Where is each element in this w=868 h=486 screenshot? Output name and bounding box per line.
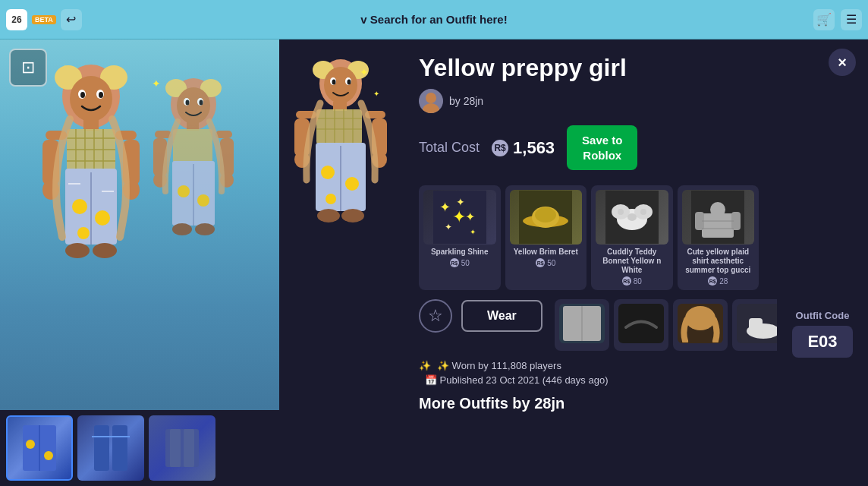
item-thumb-sparkling-shine: ✦ ✦ ✦ ✦ ✦ ✦: [423, 190, 496, 245]
item-name-sparkling-shine: Sparkling Shine: [423, 248, 496, 257]
favorite-button[interactable]: ☆: [419, 299, 452, 333]
svg-point-49: [178, 185, 190, 197]
character-area: ⊡ ✦ ✦ ✦: [0, 39, 279, 410]
svg-text:✦: ✦: [452, 207, 466, 226]
character-main: [38, 55, 144, 313]
detail-character-preview: ✦ ✦: [291, 55, 390, 252]
item-name-yellow-brim-beret: Yellow Brim Beret: [510, 248, 583, 257]
svg-point-7: [99, 92, 103, 98]
item-card-sparkling-shine[interactable]: ✦ ✦ ✦ ✦ ✦ ✦ Sparkling Shine R$ 50: [419, 185, 501, 290]
action-buttons: ☆ Wear: [419, 299, 542, 333]
camera-icon: ⊡: [21, 58, 35, 77]
item-card-hair[interactable]: [673, 299, 728, 351]
robux-small-icon: R$: [708, 276, 717, 286]
item-card-cute-yellow-plaid-shirt[interactable]: Cute yellow plaid shirt aesthetic summer…: [678, 185, 760, 290]
beta-badge: BETA: [32, 15, 56, 24]
main-area: ⊡ ✦ ✦ ✦: [0, 39, 868, 486]
item-name-cuddly-teddy-bonnet: Cuddly Teddy Bonnet Yellow n White: [596, 248, 668, 275]
svg-rect-8: [83, 119, 99, 131]
svg-point-96: [426, 93, 436, 103]
creator-avatar: [419, 89, 443, 113]
svg-rect-73: [316, 109, 362, 144]
svg-point-3: [70, 76, 112, 122]
svg-point-57: [44, 451, 53, 460]
item-thumb-shoe: [737, 304, 777, 343]
item-thumb-hair: [678, 304, 723, 343]
thumbnail-item-1[interactable]: [6, 415, 73, 481]
app-icon: 26: [6, 9, 27, 30]
cost-row: Total Cost R$ 1,563 Save to Roblox: [419, 125, 759, 170]
svg-point-38: [186, 100, 190, 106]
cost-label: Total Cost: [419, 140, 480, 156]
cart-icon-btn[interactable]: 🛒: [813, 9, 835, 30]
svg-text:✦: ✦: [465, 210, 475, 223]
svg-point-71: [348, 80, 351, 85]
svg-point-31: [93, 243, 117, 258]
action-row: ☆ Wear: [419, 299, 759, 351]
stats-section: ✨ ✨ Worn by 111,808 players 📅 Published …: [419, 360, 759, 386]
svg-point-30: [65, 243, 90, 258]
thumbnail-item-2[interactable]: [77, 415, 144, 481]
item-name-cute-yellow-plaid-shirt: Cute yellow plaid shirt aesthetic summer…: [682, 248, 755, 275]
svg-point-53: [195, 223, 215, 235]
svg-text:✦: ✦: [439, 200, 451, 215]
svg-point-26: [77, 227, 90, 239]
thumbnail-item-3[interactable]: [149, 415, 215, 481]
right-panel: ×: [279, 39, 868, 486]
svg-text:✦: ✦: [373, 90, 379, 98]
item-card-pants[interactable]: [555, 299, 609, 351]
thumbnail-strip: [0, 410, 279, 486]
svg-text:✦: ✦: [470, 228, 476, 236]
top-bar-left: 26 BETA ↩: [6, 9, 82, 30]
items-grid-row2: [555, 299, 777, 351]
svg-point-25: [95, 210, 110, 226]
items-grid: ✦ ✦ ✦ ✦ ✦ ✦ Sparkling Shine R$ 50: [419, 185, 759, 290]
search-prompt[interactable]: v Search for an Outfit here!: [360, 13, 507, 26]
svg-text:✦: ✦: [456, 196, 465, 208]
item-price-sparkling-shine: R$ 50: [423, 258, 496, 267]
item-card-eyebrow[interactable]: [614, 299, 668, 351]
svg-point-52: [172, 223, 192, 235]
svg-rect-41: [173, 129, 212, 163]
svg-rect-62: [170, 429, 181, 467]
detail-content: Yellow preppy girl by 28jn Total Cost: [419, 55, 759, 412]
svg-rect-127: [749, 318, 763, 333]
item-card-yellow-brim-beret[interactable]: Yellow Brim Beret R$ 50: [505, 185, 587, 290]
svg-point-88: [345, 177, 359, 191]
svg-text:✦: ✦: [360, 66, 369, 78]
svg-point-108: [535, 207, 556, 222]
svg-point-35: [177, 87, 210, 124]
svg-rect-63: [184, 429, 194, 467]
back-button[interactable]: ↩: [61, 9, 82, 30]
item-price-cuddly-teddy-bonnet: R$ 80: [596, 276, 668, 286]
cost-amount: 1,563: [513, 138, 555, 158]
item-card-cuddly-teddy-bonnet[interactable]: Cuddly Teddy Bonnet Yellow n White R$ 80: [591, 185, 673, 290]
item-thumb-cute-yellow-plaid-shirt: [682, 190, 755, 245]
item-thumb-cuddly-teddy-bonnet: [596, 190, 668, 245]
item-price-yellow-brim-beret: R$ 50: [510, 258, 583, 267]
svg-rect-58: [94, 425, 109, 471]
svg-rect-59: [112, 425, 127, 471]
close-button[interactable]: ×: [829, 49, 856, 76]
item-card-shoe[interactable]: [732, 299, 777, 351]
item-thumb-eyebrow: [618, 304, 664, 343]
top-bar: 26 BETA ↩ v Search for an Outfit here! 🛒…: [0, 0, 868, 39]
robux-small-icon: R$: [536, 258, 545, 267]
svg-point-113: [618, 209, 624, 215]
wear-button[interactable]: Wear: [461, 300, 542, 332]
robux-small-icon: R$: [450, 258, 459, 267]
svg-point-114: [640, 209, 646, 215]
save-to-roblox-button[interactable]: Save to Roblox: [567, 125, 637, 170]
more-outfits-heading: More Outfits by 28jn: [419, 395, 759, 412]
svg-point-70: [332, 80, 336, 85]
outfit-title: Yellow preppy girl: [419, 55, 759, 81]
outfit-code-sidebar: Outfit Code E03: [777, 39, 868, 486]
published-stat: 📅 Published 23 Oct 2021 (446 days ago): [419, 374, 759, 386]
svg-point-24: [72, 199, 87, 214]
svg-point-91: [317, 209, 340, 222]
svg-point-125: [685, 306, 715, 330]
creator-name: by 28jn: [449, 95, 483, 107]
left-panel: ⊡ ✦ ✦ ✦: [0, 39, 279, 486]
menu-icon-btn[interactable]: ☰: [841, 9, 862, 30]
top-bar-right: 🛒 ☰: [813, 9, 862, 30]
